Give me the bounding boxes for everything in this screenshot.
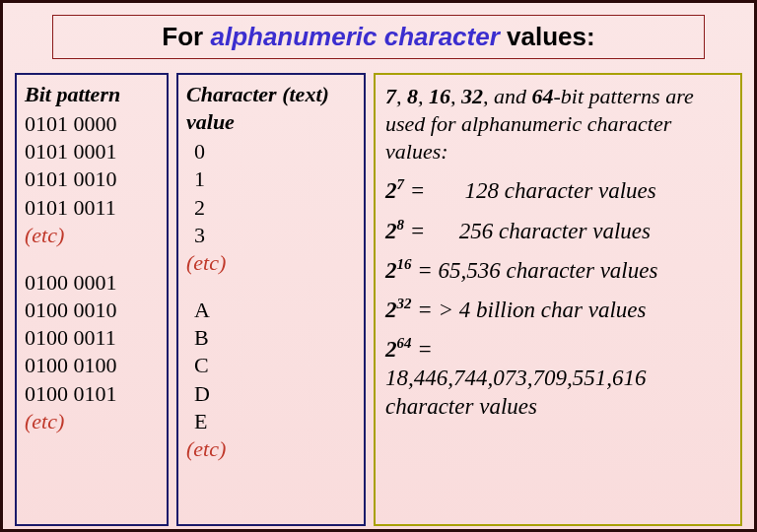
slide: For alphanumeric character values: Bit p… <box>0 0 757 532</box>
pow-eq: = <box>411 337 432 362</box>
intro-bit: 7 <box>385 84 396 108</box>
intro-bit: 32 <box>461 84 483 108</box>
title-text: For alphanumeric character values: <box>162 22 594 51</box>
pow-val: 65,536 character values <box>438 257 657 282</box>
bit-row: 0101 0011 <box>25 194 159 222</box>
column-bit-pattern: Bit pattern 0101 0000 0101 0001 0101 001… <box>15 73 169 526</box>
char-row: 0 <box>186 138 356 166</box>
title-box: For alphanumeric character values: <box>52 15 705 59</box>
pow-exp: 16 <box>397 256 412 272</box>
pow-eq: = <box>404 178 425 203</box>
etc-marker: (etc) <box>25 222 159 249</box>
char-row: B <box>186 324 356 352</box>
intro-bit: 16 <box>429 84 450 108</box>
pow-val: 18,446,744,073,709,551,616 character val… <box>385 364 730 422</box>
pow-val: > 4 billion char values <box>438 297 646 321</box>
bit-row: 0100 0001 <box>25 269 159 297</box>
bit-row: 0100 0101 <box>25 380 159 408</box>
column-char-value: Character (text) value 0 1 2 3 (etc) A B… <box>176 73 366 526</box>
power-row: 27 = 128 character values <box>385 175 730 205</box>
char-row: 3 <box>186 222 356 249</box>
pow-val: 128 character values <box>465 178 656 203</box>
pow-exp: 32 <box>397 296 412 311</box>
pow-base: 2 <box>385 178 397 203</box>
char-row: D <box>186 380 356 408</box>
pow-base: 2 <box>385 337 397 362</box>
intro-bit: 8 <box>407 84 418 108</box>
bit-row: 0101 0001 <box>25 138 159 166</box>
etc-marker: (etc) <box>186 435 356 463</box>
bit-row: 0101 0010 <box>25 166 159 193</box>
pow-exp: 8 <box>397 217 404 233</box>
pow-eq: = <box>411 257 432 282</box>
pow-eq: = <box>404 218 425 242</box>
pow-val: 256 character values <box>459 218 651 242</box>
char-row: 2 <box>186 194 356 222</box>
intro-bit: 64 <box>532 84 554 108</box>
pow-exp: 64 <box>397 335 412 351</box>
title-pre: For <box>162 22 210 51</box>
etc-marker: (etc) <box>186 249 356 277</box>
char-row: E <box>186 408 356 435</box>
col2-header: Character (text) value <box>186 81 356 136</box>
pow-eq: = <box>411 297 432 321</box>
pow-base: 2 <box>385 218 397 242</box>
title-emph: alphanumeric character <box>210 22 499 51</box>
char-row: A <box>186 297 356 324</box>
columns: Bit pattern 0101 0000 0101 0001 0101 001… <box>15 73 742 526</box>
group-gap <box>25 249 159 269</box>
col1-header: Bit pattern <box>25 81 159 108</box>
bit-row: 0100 0011 <box>25 324 159 352</box>
bit-row: 0100 0010 <box>25 297 159 324</box>
pow-base: 2 <box>385 297 397 321</box>
pow-exp: 7 <box>397 176 404 192</box>
power-row: 232 = > 4 billion char values <box>385 295 730 324</box>
title-post: values: <box>500 22 595 51</box>
power-row: 264 = 18,446,744,073,709,551,616 charact… <box>385 334 730 422</box>
pow-base: 2 <box>385 257 397 282</box>
power-row: 216 = 65,536 character values <box>385 255 730 285</box>
bit-row: 0100 0100 <box>25 352 159 379</box>
bit-row: 0101 0000 <box>25 110 159 138</box>
intro-text: 7, 8, 16, 32, and 64-bit patterns are us… <box>385 83 730 166</box>
char-row: C <box>186 352 356 379</box>
etc-marker: (etc) <box>25 408 159 435</box>
column-explanation: 7, 8, 16, 32, and 64-bit patterns are us… <box>374 73 742 526</box>
char-row: 1 <box>186 166 356 193</box>
group-gap <box>186 277 356 297</box>
power-row: 28 = 256 character values <box>385 216 730 245</box>
